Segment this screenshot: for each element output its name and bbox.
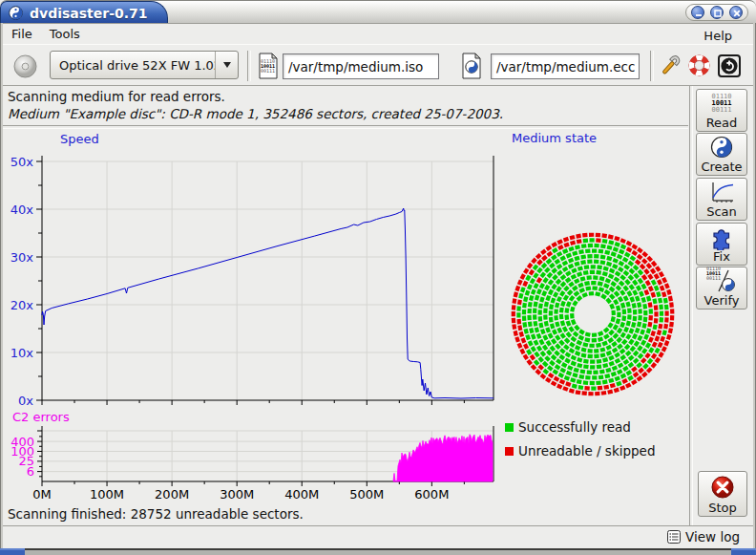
titlebar[interactable]: dvdisaster-0.71 <box>0 0 756 23</box>
wrench-icon <box>658 53 682 79</box>
ecc-file-icon <box>459 52 484 80</box>
window-corner-right[interactable] <box>731 548 756 555</box>
svg-text:10x: 10x <box>10 346 34 360</box>
svg-text:0x: 0x <box>18 394 33 408</box>
svg-text:20x: 20x <box>10 298 34 312</box>
scan-button[interactable]: Scan <box>696 178 747 221</box>
svg-text:300M: 300M <box>220 487 254 502</box>
svg-text:100: 100 <box>10 444 34 459</box>
iso-file-input[interactable]: /var/tmp/medium.iso <box>283 53 439 79</box>
svg-text:50x: 50x <box>10 155 34 169</box>
log-icon <box>666 529 682 544</box>
separator <box>3 125 688 129</box>
legend-label: Successfully read <box>518 419 631 435</box>
verify-button[interactable]: 01110 10011 00111 Verify <box>696 267 747 310</box>
view-log-label: View log <box>685 529 740 544</box>
svg-text:200M: 200M <box>155 487 189 502</box>
drive-select-value: Optical drive 52X FW 1.02 <box>51 58 215 73</box>
svg-text:400: 400 <box>10 435 34 449</box>
view-log-button[interactable]: View log <box>666 529 740 544</box>
window-controls <box>685 4 748 21</box>
legend-red-swatch <box>505 447 514 456</box>
titlebar-tab[interactable]: dvdisaster-0.71 <box>0 1 168 24</box>
legend-unreadable: Unreadable / skipped <box>505 444 655 458</box>
toolbar: Optical drive 52X FW 1.02 01110 10011 00… <box>3 44 753 86</box>
preferences-button[interactable] <box>657 52 683 80</box>
scan-chart-icon <box>708 181 735 203</box>
chevron-down-icon <box>223 62 231 68</box>
ecc-file-input[interactable]: /var/tmp/medium.ecc <box>491 53 640 79</box>
yinyang-icon <box>710 136 733 159</box>
footer-bar: View log <box>3 528 753 548</box>
drive-eject-button[interactable] <box>10 52 40 80</box>
lifering-icon <box>687 53 711 77</box>
stop-button[interactable]: Stop <box>698 471 747 517</box>
svg-text:30x: 30x <box>10 250 34 265</box>
svg-text:400M: 400M <box>284 487 319 502</box>
charts-canvas: 0x10x20x30x40x50x4001002560M100M200M300M… <box>0 128 691 527</box>
maximize-button[interactable] <box>710 6 724 19</box>
drive-select-arrow[interactable] <box>215 52 238 78</box>
iso-file-icon: 01110 10011 00111 <box>256 52 281 80</box>
svg-text:40x: 40x <box>10 203 34 217</box>
legend-green-swatch <box>505 423 514 432</box>
stop-icon <box>710 475 735 500</box>
svg-text:600M: 600M <box>414 487 449 502</box>
fix-button[interactable]: Fix <box>696 223 747 266</box>
menu-tools[interactable]: Tools <box>41 25 89 43</box>
app-yinyang-icon <box>9 6 23 20</box>
drive-select[interactable]: Optical drive 52X FW 1.02 <box>50 51 239 79</box>
scan-result-text: Scanning finished: 28752 unreadable sect… <box>8 506 304 522</box>
binary-icon: 01110 10011 00111 <box>706 267 721 281</box>
svg-text:6: 6 <box>27 464 34 479</box>
window-corner-left[interactable] <box>0 548 25 555</box>
menubar: File Tools Help <box>3 23 753 44</box>
sidebar-separator <box>689 86 693 526</box>
legend-successfully-read: Successfully read <box>505 420 631 434</box>
app-window: dvdisaster-0.71 File Tools Help <box>0 0 756 555</box>
svg-text:25: 25 <box>18 454 34 468</box>
c2-chart-title: C2 errors <box>12 410 70 424</box>
svg-text:0M: 0M <box>32 487 52 502</box>
puzzle-icon <box>709 224 735 250</box>
speed-chart-title: Speed <box>60 132 99 146</box>
window-title: dvdisaster-0.71 <box>30 6 148 21</box>
toolbar-separator <box>650 51 654 81</box>
iso-file-icon-bits: 01110 10011 00111 <box>261 59 275 74</box>
svg-text:100M: 100M <box>90 487 124 502</box>
svg-text:500M: 500M <box>349 487 384 502</box>
menu-help[interactable]: Help <box>698 27 738 45</box>
toolbar-separator <box>247 51 251 81</box>
binary-icon: 01110 10011 00111 <box>711 94 731 114</box>
medium-state-title: Medium state <box>512 131 597 145</box>
window-border-bottom[interactable] <box>0 548 756 555</box>
create-button[interactable]: Create <box>696 133 747 176</box>
status-line-1: Scanning medium for read errors. <box>8 89 225 104</box>
help-lifering-button[interactable] <box>686 52 712 78</box>
window-border-left <box>0 23 3 548</box>
quit-button[interactable] <box>715 52 744 80</box>
legend-label: Unreadable / skipped <box>518 443 655 459</box>
status-line-2: Medium "Example disc": CD-R mode 1, 3524… <box>8 106 503 121</box>
menu-file[interactable]: File <box>3 25 41 43</box>
minimize-button[interactable] <box>691 6 704 19</box>
power-icon <box>716 53 743 79</box>
read-button[interactable]: 01110 10011 00111 Read <box>696 89 747 132</box>
disc-icon <box>12 53 38 79</box>
close-button[interactable] <box>729 6 743 19</box>
